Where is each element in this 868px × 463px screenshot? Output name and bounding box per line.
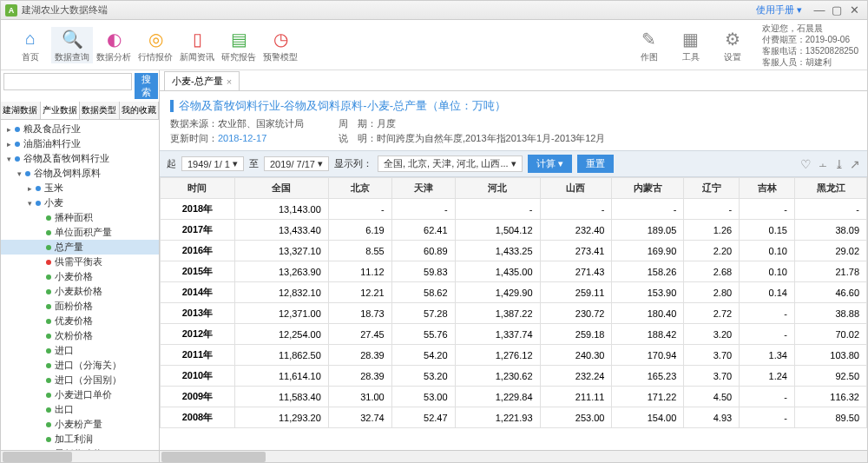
- table-row: 2013年12,371.0018.7357.281,387.22230.7218…: [161, 303, 867, 324]
- minimize-button[interactable]: —: [811, 3, 828, 17]
- app-logo: A: [5, 4, 17, 17]
- sidebar-scrollbar[interactable]: [1, 450, 159, 462]
- tool-数据查询[interactable]: 🔍数据查询: [51, 27, 93, 63]
- maximize-button[interactable]: ▢: [828, 3, 845, 17]
- tree-node[interactable]: ▾小麦: [1, 195, 159, 210]
- table-row: 2010年11,614.1028.3953.201,230.62232.2416…: [161, 366, 867, 387]
- table-row: 2009年11,583.4031.0053.001,229.84211.1117…: [161, 387, 867, 407]
- tool-预警模型[interactable]: ◷预警模型: [260, 27, 301, 63]
- col-header[interactable]: 黑龙江: [795, 178, 867, 199]
- table-row: 2008年11,293.2032.7452.471,221.93253.0015…: [161, 407, 867, 428]
- content-tab[interactable]: 小麦-总产量×: [164, 71, 240, 90]
- tree-node[interactable]: ▾谷物及畜牧饲料行业: [1, 151, 159, 166]
- favorite-icon[interactable]: ♡: [800, 157, 812, 171]
- tool-首页[interactable]: ⌂首页: [10, 27, 51, 63]
- tree-node[interactable]: 小麦粉产量: [1, 417, 159, 432]
- tool-数据分析[interactable]: ◐数据分析: [93, 27, 135, 63]
- tree-node[interactable]: ▸粮及食品行业: [1, 122, 159, 136]
- manual-link[interactable]: 使用手册 ▾: [756, 3, 802, 17]
- tree-node[interactable]: 出口: [1, 402, 159, 417]
- sidetab-1[interactable]: 产业数据: [41, 102, 81, 119]
- main-toolbar: ⌂首页🔍数据查询◐数据分析◎行情报价▯新闻资讯▤研究报告◷预警模型 ✎作图▦工具…: [1, 20, 867, 70]
- col-header[interactable]: 北京: [328, 178, 391, 199]
- tool-设置[interactable]: ⚙设置: [712, 27, 753, 63]
- sidebar: 搜索 建湖数据产业数据数据类型我的收藏 ▸粮及食品行业▸油脂油料行业▾谷物及畜牧…: [1, 70, 160, 462]
- table-row: 2015年13,263.9011.1259.831,435.00271.4315…: [161, 261, 867, 282]
- user-info: 欢迎您，石晨晨 付费期至：2019-09-06 客服电话：13520828250…: [762, 23, 858, 68]
- chart-icon[interactable]: ⫠: [817, 157, 829, 171]
- tool-作图[interactable]: ✎作图: [628, 27, 670, 63]
- tool-新闻资讯[interactable]: ▯新闻资讯: [176, 27, 218, 63]
- tree-node[interactable]: 小麦进口单价: [1, 387, 159, 402]
- tree-node[interactable]: 进口（分国别）: [1, 373, 159, 387]
- tree-node[interactable]: 总产量: [1, 240, 159, 255]
- tree-node[interactable]: ▸玉米: [1, 181, 159, 195]
- date-to[interactable]: 2019/ 7/17 ▾: [264, 156, 329, 171]
- close-tab-icon[interactable]: ×: [227, 76, 232, 87]
- tree-node[interactable]: ▸油脂油料行业: [1, 136, 159, 151]
- col-header[interactable]: 内蒙古: [612, 178, 684, 199]
- tree-node[interactable]: 播种面积: [1, 210, 159, 225]
- sidetab-0[interactable]: 建湖数据: [1, 102, 41, 119]
- table-row: 2014年12,832.1012.2158.621,429.90259.1115…: [161, 282, 867, 303]
- table-row: 2017年13,433.406.1962.411,504.12232.40189…: [161, 220, 867, 241]
- table-row: 2016年13,327.108.5560.891,433.25273.41169…: [161, 241, 867, 261]
- col-header[interactable]: 山西: [540, 178, 612, 199]
- data-table: 时间全国北京天津河北山西内蒙古辽宁吉林黑龙江2018年13,143.00----…: [160, 177, 867, 428]
- tree-node[interactable]: ▾谷物及饲料原料: [1, 166, 159, 181]
- sidetab-3[interactable]: 我的收藏: [120, 102, 160, 119]
- columns-select[interactable]: 全国, 北京, 天津, 河北, 山西... ▾: [378, 155, 523, 172]
- search-input[interactable]: [3, 73, 132, 90]
- share-icon[interactable]: ↗: [850, 157, 860, 171]
- sidetab-2[interactable]: 数据类型: [80, 102, 120, 119]
- search-button[interactable]: 搜索: [135, 73, 158, 99]
- tool-行情报价[interactable]: ◎行情报价: [135, 27, 176, 63]
- app-title: 建湖农业大数据终端: [22, 3, 108, 17]
- titlebar: A 建湖农业大数据终端 使用手册 ▾ — ▢ ✕: [1, 1, 867, 20]
- reset-button[interactable]: 重置: [577, 155, 614, 173]
- tree-node[interactable]: 小麦麸价格: [1, 284, 159, 299]
- tree-node[interactable]: 优麦价格: [1, 314, 159, 328]
- tree-node[interactable]: 单位面积产量: [1, 225, 159, 240]
- tree-node[interactable]: 进口（分海关）: [1, 358, 159, 373]
- tree-node[interactable]: 面粉价格: [1, 299, 159, 314]
- table-row: 2011年11,862.5028.3954.201,276.12240.3017…: [161, 345, 867, 366]
- calc-button[interactable]: 计算 ▾: [528, 155, 572, 173]
- col-header[interactable]: 时间: [161, 178, 235, 199]
- col-header[interactable]: 河北: [455, 178, 540, 199]
- table-scrollbar[interactable]: [160, 450, 867, 462]
- tree-node[interactable]: 供需平衡表: [1, 255, 159, 269]
- col-header[interactable]: 辽宁: [684, 178, 740, 199]
- col-header[interactable]: 吉林: [740, 178, 795, 199]
- data-tree[interactable]: ▸粮及食品行业▸油脂油料行业▾谷物及畜牧饲料行业▾谷物及饲料原料▸玉米▾小麦播种…: [1, 120, 159, 450]
- close-button[interactable]: ✕: [845, 3, 863, 17]
- filter-bar: 起 1949/ 1/ 1 ▾ 至 2019/ 7/17 ▾ 显示列： 全国, 北…: [160, 150, 867, 177]
- tree-node[interactable]: 加工利润: [1, 432, 159, 446]
- tree-node[interactable]: 进口: [1, 343, 159, 358]
- tree-node[interactable]: 次粉价格: [1, 328, 159, 343]
- tool-研究报告[interactable]: ▤研究报告: [218, 27, 260, 63]
- tool-工具[interactable]: ▦工具: [670, 27, 712, 63]
- date-from[interactable]: 1949/ 1/ 1 ▾: [181, 156, 244, 171]
- col-header[interactable]: 天津: [391, 178, 455, 199]
- table-row: 2018年13,143.00--------: [161, 199, 867, 220]
- table-row: 2012年12,254.0027.4555.761,337.74259.1818…: [161, 324, 867, 345]
- col-header[interactable]: 全国: [234, 178, 328, 199]
- download-icon[interactable]: ⤓: [834, 157, 845, 171]
- tree-node[interactable]: 小麦价格: [1, 269, 159, 284]
- breadcrumb: 谷物及畜牧饲料行业-谷物及饲料原料-小麦-总产量（单位：万吨）: [160, 91, 867, 117]
